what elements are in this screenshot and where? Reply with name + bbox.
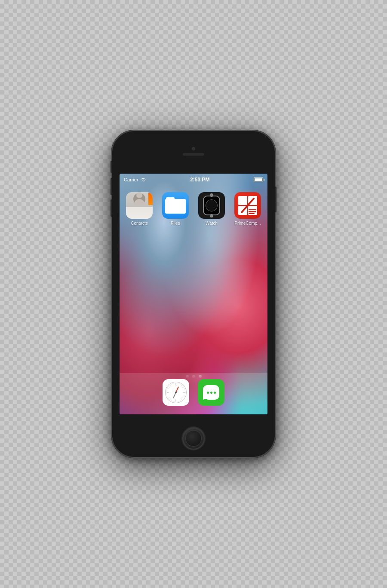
app-files[interactable]: Files: [160, 192, 191, 226]
svg-point-16: [175, 392, 177, 393]
svg-line-8: [181, 398, 183, 398]
compass-ticks-icon: [166, 382, 186, 403]
svg-line-7: [181, 387, 183, 388]
messages-bubble-icon: [203, 385, 219, 400]
watch-face-icon: [203, 196, 220, 215]
app-contacts[interactable]: Contacts: [124, 192, 155, 226]
folder-icon: [165, 197, 186, 214]
app-watch[interactable]: Watch: [196, 192, 227, 226]
volume-down-button[interactable]: [111, 199, 112, 217]
svg-line-10: [170, 398, 171, 400]
wifi-icon: [140, 178, 146, 182]
safari-compass-icon: [165, 382, 187, 403]
svg-line-15: [173, 392, 176, 398]
typing-dots-icon: [207, 392, 216, 394]
app-messages[interactable]: [198, 379, 224, 406]
contacts-avatar: [133, 193, 145, 205]
home-screen-app-grid: Contacts Files Watch: [120, 189, 267, 230]
contacts-icon-inner: [126, 192, 153, 219]
svg-line-11: [169, 398, 170, 398]
files-app-label: Files: [171, 221, 180, 226]
mute-button[interactable]: [111, 161, 112, 173]
battery-fill: [255, 178, 262, 181]
volume-up-button[interactable]: [111, 178, 112, 195]
front-camera-icon: [192, 147, 195, 150]
phone-top-area: [183, 147, 204, 156]
primecomp-app-label: PrimeComp...: [234, 221, 261, 226]
contacts-orange-bar: [148, 193, 153, 205]
home-button[interactable]: [182, 427, 205, 450]
contacts-app-icon: [126, 192, 153, 219]
home-button-inner: [185, 430, 202, 447]
power-button[interactable]: [275, 187, 276, 212]
bubble-dot-1: [207, 392, 209, 394]
primecomp-app-icon: [234, 192, 261, 219]
speaker-grille: [183, 153, 204, 156]
files-app-icon: [162, 192, 189, 219]
phone-screen: Carrier 2:53 PM: [120, 174, 267, 414]
svg-line-14: [176, 387, 178, 392]
status-time: 2:53 PM: [190, 177, 209, 183]
svg-line-6: [181, 385, 182, 387]
app-primecomp[interactable]: PrimeComp...: [232, 192, 263, 226]
carrier-label: Carrier: [124, 177, 138, 182]
folder-body: [165, 199, 186, 214]
svg-line-13: [170, 385, 171, 387]
dock: [120, 374, 267, 414]
carrier-info: Carrier: [124, 177, 146, 182]
svg-line-9: [181, 398, 182, 400]
app-safari[interactable]: [163, 379, 189, 406]
bubble-dot-2: [210, 392, 212, 394]
svg-line-12: [169, 387, 170, 388]
battery-icon: [254, 178, 263, 182]
watch-app-label: Watch: [206, 221, 218, 226]
phone-device: Carrier 2:53 PM: [112, 131, 275, 457]
status-right-area: [254, 178, 263, 182]
status-bar: Carrier 2:53 PM: [120, 174, 267, 186]
contacts-app-label: Contacts: [131, 221, 147, 226]
contacts-icon-top: [126, 192, 153, 207]
watch-app-icon: [198, 192, 225, 219]
bubble-dot-3: [214, 392, 216, 394]
watch-circle-icon: [206, 199, 218, 211]
contacts-icon-bottom: [126, 207, 153, 219]
